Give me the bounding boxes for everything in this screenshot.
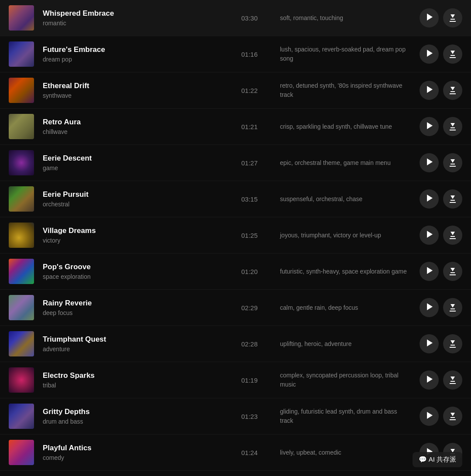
track-genre: dream pop xyxy=(43,56,219,63)
track-actions xyxy=(420,298,462,317)
play-icon xyxy=(426,339,433,348)
download-button[interactable] xyxy=(443,262,462,281)
play-button[interactable] xyxy=(420,45,439,64)
play-button[interactable] xyxy=(420,334,439,353)
track-row: Village Dreamsvictory01:25joyous, triump… xyxy=(0,217,471,253)
track-info: Gritty Depthsdrum and bass xyxy=(43,408,219,425)
track-info: Retro Aurachillwave xyxy=(43,118,219,135)
track-tags: suspenseful, orchestral, chase xyxy=(280,195,411,204)
download-icon xyxy=(450,51,456,58)
play-button[interactable] xyxy=(420,153,439,172)
track-artwork xyxy=(9,367,34,393)
play-button[interactable] xyxy=(420,226,439,245)
download-button[interactable] xyxy=(443,407,462,426)
track-duration: 03:15 xyxy=(232,195,267,203)
track-info: Eerie Descentgame xyxy=(43,154,219,171)
track-artwork xyxy=(9,186,34,212)
track-row: Future's Embracedream pop01:16lush, spac… xyxy=(0,36,471,72)
play-button[interactable] xyxy=(420,262,439,281)
track-list: Whispered Embraceromantic03:30soft, roma… xyxy=(0,0,471,471)
track-artwork xyxy=(9,295,34,320)
play-button[interactable] xyxy=(420,370,439,390)
download-button[interactable] xyxy=(443,8,462,27)
play-button[interactable] xyxy=(420,8,439,27)
track-genre: tribal xyxy=(43,382,219,389)
play-icon xyxy=(426,86,433,95)
track-tags: complex, syncopated percussion loop, tri… xyxy=(280,371,411,389)
track-artwork xyxy=(9,41,34,67)
track-actions xyxy=(420,407,462,426)
track-title: Playful Antics xyxy=(43,444,219,452)
track-row: Eerie Pursuitorchestral03:15suspenseful,… xyxy=(0,181,471,217)
download-button[interactable] xyxy=(443,117,462,136)
download-button[interactable] xyxy=(443,45,462,64)
track-genre: romantic xyxy=(43,20,219,27)
track-title: Electro Sparks xyxy=(43,371,219,380)
track-info: Rainy Reveriedeep focus xyxy=(43,299,219,316)
track-genre: deep focus xyxy=(43,309,219,316)
watermark-icon: 💬 xyxy=(419,455,427,463)
download-icon xyxy=(450,377,456,384)
track-duration: 02:29 xyxy=(232,304,267,312)
track-tags: calm, gentle rain, deep focus xyxy=(280,303,411,312)
track-title: Ethereal Drift xyxy=(43,82,219,90)
track-title: Whispered Embrace xyxy=(43,9,219,18)
track-title: Eerie Descent xyxy=(43,154,219,163)
track-duration: 01:23 xyxy=(232,413,267,420)
download-button[interactable] xyxy=(443,153,462,172)
watermark-text: AI 共存派 xyxy=(429,455,456,463)
track-tags: crisp, sparkling lead synth, chillwave t… xyxy=(280,122,411,131)
track-genre: game xyxy=(43,164,219,171)
track-duration: 01:20 xyxy=(232,268,267,275)
track-actions xyxy=(420,334,462,353)
track-actions xyxy=(420,262,462,281)
track-artwork xyxy=(9,404,34,429)
track-tags: lush, spacious, reverb-soaked pad, dream… xyxy=(280,45,411,63)
download-icon xyxy=(450,304,456,312)
download-icon xyxy=(450,14,456,22)
download-button[interactable] xyxy=(443,189,462,209)
track-duration: 03:30 xyxy=(232,14,267,22)
play-icon xyxy=(426,231,433,240)
track-title: Future's Embrace xyxy=(43,45,219,54)
play-icon xyxy=(426,195,433,203)
download-icon xyxy=(450,87,456,94)
track-row: Ethereal Driftsynthwave01:22retro, detun… xyxy=(0,72,471,109)
track-title: Rainy Reverie xyxy=(43,299,219,308)
track-actions xyxy=(420,370,462,390)
play-button[interactable] xyxy=(420,298,439,317)
track-tags: retro, detuned synth, '80s inspired synt… xyxy=(280,81,411,99)
track-duration: 01:22 xyxy=(232,87,267,94)
download-button[interactable] xyxy=(443,298,462,317)
track-tags: soft, romantic, touching xyxy=(280,14,411,23)
track-info: Pop's Groovespace exploration xyxy=(43,263,219,280)
download-button[interactable] xyxy=(443,81,462,100)
download-button[interactable] xyxy=(443,334,462,353)
play-button[interactable] xyxy=(420,189,439,209)
track-info: Whispered Embraceromantic xyxy=(43,9,219,27)
download-icon xyxy=(450,195,456,203)
download-button[interactable] xyxy=(443,370,462,390)
track-artwork xyxy=(9,331,34,356)
track-actions xyxy=(420,81,462,100)
track-tags: futuristic, synth-heavy, space explorati… xyxy=(280,267,411,276)
download-button[interactable] xyxy=(443,226,462,245)
track-duration: 01:21 xyxy=(232,123,267,130)
track-row: Electro Sparkstribal01:19complex, syncop… xyxy=(0,362,471,398)
track-title: Gritty Depths xyxy=(43,408,219,416)
track-info: Future's Embracedream pop xyxy=(43,45,219,63)
play-button[interactable] xyxy=(420,81,439,100)
track-artwork xyxy=(9,78,34,103)
track-title: Retro Aura xyxy=(43,118,219,127)
track-tags: joyous, triumphant, victory or level-up xyxy=(280,231,411,240)
download-icon xyxy=(450,232,456,239)
track-genre: synthwave xyxy=(43,92,219,99)
play-icon xyxy=(426,303,433,312)
play-button[interactable] xyxy=(420,407,439,426)
play-button[interactable] xyxy=(420,117,439,136)
track-tags: epic, orchestral theme, game main menu xyxy=(280,158,411,168)
track-actions xyxy=(420,45,462,64)
track-row: Retro Aurachillwave01:21crisp, sparkling… xyxy=(0,109,471,145)
play-icon xyxy=(426,158,433,167)
play-icon xyxy=(426,122,433,131)
